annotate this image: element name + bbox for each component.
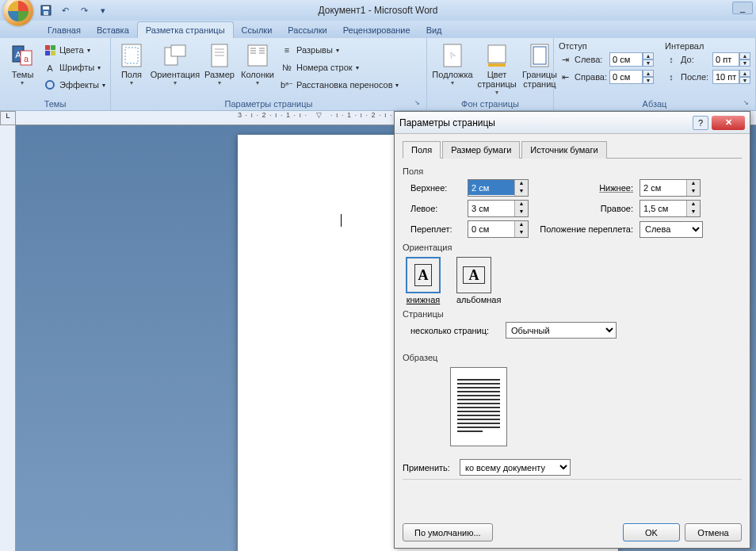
theme-colors-button[interactable]: Цвета ▾ xyxy=(44,41,105,59)
cancel-button[interactable]: Отмена xyxy=(685,523,742,541)
dialog-close-button[interactable]: ✕ xyxy=(712,116,745,130)
svg-rect-16 xyxy=(171,45,185,56)
tab-page-layout[interactable]: Разметка страницы xyxy=(137,21,234,38)
margin-bottom-input[interactable]: ▲▼ xyxy=(640,179,701,197)
spacing-after-input[interactable]: ▲▼ xyxy=(712,70,750,84)
breaks-icon: ≡ xyxy=(281,44,293,56)
columns-icon xyxy=(245,43,270,68)
window-title: Документ1 - Microsoft Word xyxy=(0,5,756,16)
window-controls: _ xyxy=(732,2,753,14)
margins-button[interactable]: Поля▾ xyxy=(116,41,147,88)
svg-text:A: A xyxy=(47,63,53,73)
borders-icon xyxy=(527,43,552,68)
pages-group-label: Страницы xyxy=(403,309,742,319)
indent-right-input[interactable]: ▲▼ xyxy=(609,70,654,84)
themes-button[interactable]: Aa Темы ▾ xyxy=(5,41,40,88)
gutter-pos-select[interactable]: Слева xyxy=(640,221,703,238)
orientation-landscape[interactable]: A альбомная xyxy=(456,257,501,304)
group-themes: Aa Темы ▾ Цвета ▾ AШрифты ▾ Эффекты ▾ Те… xyxy=(0,38,111,110)
group-page-background: A Подложка▾ Цвет страницы▾ Границы стран… xyxy=(427,38,554,110)
svg-rect-9 xyxy=(45,51,50,55)
gutter-label: Переплет: xyxy=(410,224,468,234)
multiple-pages-label: несколько страниц: xyxy=(410,326,506,335)
group-title-paragraph[interactable]: Абзац xyxy=(559,98,750,110)
watermark-button[interactable]: A Подложка▾ xyxy=(432,41,473,88)
spacing-before-input[interactable]: ▲▼ xyxy=(712,52,750,67)
margin-right-label: Правое: xyxy=(529,204,640,213)
dialog-title: Параметры страницы xyxy=(399,117,693,128)
tab-references[interactable]: Ссылки xyxy=(234,22,281,38)
preview-pane xyxy=(450,367,507,446)
tab-insert[interactable]: Вставка xyxy=(89,22,137,38)
dialog-tab-source[interactable]: Источник бумаги xyxy=(521,141,606,159)
margin-right-input[interactable]: ▲▼ xyxy=(640,200,701,217)
minimize-button[interactable]: _ xyxy=(732,2,753,14)
ok-button[interactable]: OK xyxy=(623,523,680,541)
svg-rect-7 xyxy=(45,45,50,50)
group-title-page-bg: Фон страницы xyxy=(432,98,548,110)
line-numbers-button[interactable]: №Номера строк ▾ xyxy=(281,59,399,76)
svg-rect-10 xyxy=(51,51,55,55)
dialog-titlebar[interactable]: Параметры страницы ? ✕ xyxy=(395,112,750,134)
orientation-portrait[interactable]: A книжная xyxy=(406,257,441,304)
orientation-button[interactable]: Ориентация▾ xyxy=(151,41,200,88)
ruler-corner[interactable]: L xyxy=(0,111,16,125)
preview-group-label: Образец xyxy=(403,353,742,362)
line-numbers-icon: № xyxy=(281,61,293,74)
margin-left-input[interactable]: ▲▼ xyxy=(468,200,529,217)
size-icon xyxy=(207,43,232,68)
orientation-icon xyxy=(162,43,188,68)
svg-rect-8 xyxy=(51,45,55,50)
svg-rect-31 xyxy=(488,63,506,67)
margin-top-input[interactable]: ▲▼ xyxy=(468,179,529,197)
margin-left-label: Левое: xyxy=(410,204,468,213)
margins-group-label: Поля xyxy=(403,166,742,176)
dialog-tab-paper[interactable]: Размер бумаги xyxy=(442,141,520,159)
dialog-tabs: Поля Размер бумаги Источник бумаги xyxy=(403,140,742,159)
indent-left-input[interactable]: ▲▼ xyxy=(609,52,654,67)
page-color-button[interactable]: Цвет страницы▾ xyxy=(476,41,517,98)
tab-mailings[interactable]: Рассылки xyxy=(280,22,334,38)
size-button[interactable]: Размер▾ xyxy=(203,41,236,88)
breaks-button[interactable]: ≡Разрывы ▾ xyxy=(281,41,399,59)
margin-bottom-label: Нижнее: xyxy=(529,183,640,193)
indent-left-icon: ⇥ xyxy=(559,53,571,66)
gutter-input[interactable]: ▲▼ xyxy=(468,220,529,238)
dialog-tab-margins[interactable]: Поля xyxy=(403,141,441,159)
vertical-ruler[interactable] xyxy=(0,125,16,551)
page-borders-button[interactable]: Границы страниц xyxy=(521,41,559,90)
spacing-before-icon: ↕ xyxy=(665,53,678,66)
margin-top-label: Верхнее: xyxy=(410,183,468,193)
dialog-help-button[interactable]: ? xyxy=(693,116,708,130)
title-bar: ↶ ↷ ▾ Документ1 - Microsoft Word _ xyxy=(0,0,756,21)
apply-to-select[interactable]: ко всему документу xyxy=(460,459,571,476)
tab-view[interactable]: Вид xyxy=(418,22,450,38)
tab-home[interactable]: Главная xyxy=(40,22,89,38)
themes-icon: Aa xyxy=(10,43,35,68)
indent-right-icon: ⇤ xyxy=(559,71,571,83)
colors-icon xyxy=(44,44,56,56)
apply-to-label: Применить: xyxy=(403,463,460,473)
fonts-icon: A xyxy=(44,61,56,74)
text-cursor xyxy=(341,214,342,227)
margins-icon xyxy=(119,43,144,68)
hyphenation-button[interactable]: bᵃ⁻Расстановка переносов ▾ xyxy=(281,76,399,94)
group-title-themes: Темы xyxy=(5,98,105,110)
spacing-label: Интервал xyxy=(665,41,750,51)
hyphenation-icon: bᵃ⁻ xyxy=(281,78,293,91)
svg-point-12 xyxy=(46,81,54,89)
tab-review[interactable]: Рецензирование xyxy=(335,22,418,38)
multiple-pages-select[interactable]: Обычный xyxy=(506,322,617,339)
gutter-pos-label: Положение переплета: xyxy=(529,224,640,234)
page-setup-dialog: Параметры страницы ? ✕ Поля Размер бумаг… xyxy=(394,111,750,549)
group-title-page-setup[interactable]: Параметры страницы xyxy=(116,98,422,110)
svg-rect-30 xyxy=(488,45,506,63)
ribbon: Aa Темы ▾ Цвета ▾ AШрифты ▾ Эффекты ▾ Те… xyxy=(0,38,756,111)
spacing-after-icon: ↕ xyxy=(665,71,678,83)
default-button[interactable]: По умолчанию... xyxy=(403,523,493,541)
columns-button[interactable]: Колонки▾ xyxy=(239,41,276,88)
theme-effects-button[interactable]: Эффекты ▾ xyxy=(44,76,105,94)
theme-fonts-button[interactable]: AШрифты ▾ xyxy=(44,59,105,76)
group-paragraph: Отступ ⇥Слева:▲▼ ⇤Справа:▲▼ Интервал ↕До… xyxy=(554,38,756,110)
indent-label: Отступ xyxy=(559,41,654,51)
